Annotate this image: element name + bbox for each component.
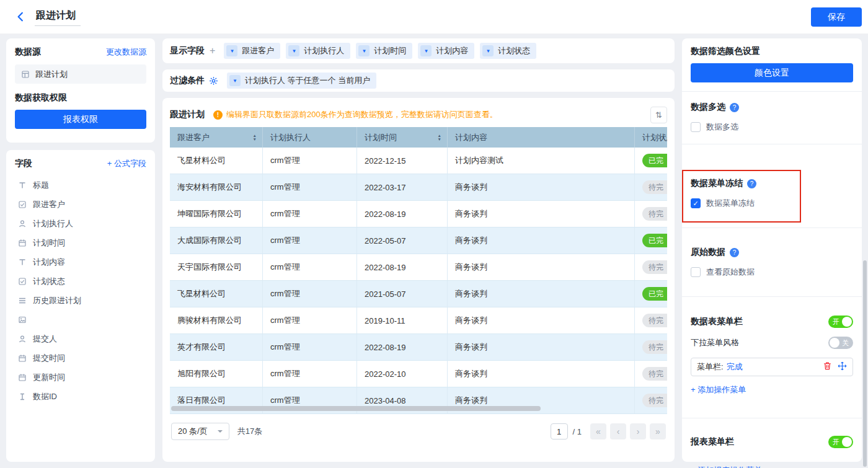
table-row[interactable]: 英才有限公司crm管理2022-08-19商务谈判待完 bbox=[170, 334, 667, 361]
cell-executor: crm管理 bbox=[263, 254, 357, 280]
field-item[interactable]: 提交时间 bbox=[15, 348, 146, 368]
cell-date: 2021-05-07 bbox=[357, 281, 448, 307]
datasource-item-label: 跟进计划 bbox=[35, 69, 68, 80]
multi-select-checkbox[interactable]: 数据多选 bbox=[691, 121, 853, 133]
field-item-label: 计划执行人 bbox=[33, 218, 73, 229]
report-permission-button[interactable]: 报表权限 bbox=[15, 110, 146, 129]
report-menubar-toggle[interactable]: 开 bbox=[828, 436, 853, 448]
dropdown-style-label: 下拉菜单风格 bbox=[691, 337, 739, 348]
cell-executor: crm管理 bbox=[263, 174, 357, 200]
field-item[interactable] bbox=[15, 310, 146, 329]
cell-status: 待完 bbox=[635, 201, 667, 227]
field-item-label: 标题 bbox=[33, 180, 49, 191]
display-field-chip[interactable]: ▼跟进客户 bbox=[224, 43, 280, 59]
freeze-checkbox[interactable]: ✓ 数据菜单冻结 bbox=[691, 198, 853, 209]
vertical-scrollbar[interactable] bbox=[863, 260, 867, 467]
table-row[interactable]: 腾骏材料有限公司crm管理2019-10-11商务谈判待完 bbox=[170, 307, 667, 334]
field-item[interactable]: 标题 bbox=[15, 175, 146, 195]
change-datasource-link[interactable]: 更改数据源 bbox=[106, 46, 146, 58]
sort-icon[interactable]: ▲▼ bbox=[253, 134, 257, 141]
field-item[interactable]: 计划内容 bbox=[15, 252, 146, 272]
page-input[interactable]: 1 bbox=[551, 423, 568, 439]
filter-chip-label: 计划执行人 等于任意一个 当前用户 bbox=[245, 75, 370, 86]
field-item[interactable]: 更新时间 bbox=[15, 368, 146, 387]
sort-button[interactable]: ⇅ bbox=[650, 107, 667, 123]
table-row[interactable]: 旭阳有限公司crm管理2022-02-10商务谈判待完 bbox=[170, 361, 667, 387]
table-row[interactable]: 大成国际有限公司crm管理2022-05-07商务谈判已完 bbox=[170, 227, 667, 254]
display-field-chip[interactable]: ▼计划状态 bbox=[480, 43, 536, 59]
list-icon bbox=[17, 296, 27, 305]
field-item[interactable]: 计划执行人 bbox=[15, 214, 146, 233]
prev-page-button[interactable]: ‹ bbox=[610, 423, 626, 439]
table-row[interactable]: 天宇国际有限公司crm管理2022-08-19商务谈判待完 bbox=[170, 254, 667, 281]
page-title[interactable]: 跟进计划 bbox=[35, 8, 81, 26]
display-fields-bar: 显示字段 + ▼跟进客户▼计划执行人▼计划时间▼计划内容▼计划状态 bbox=[162, 38, 675, 63]
id-icon bbox=[17, 392, 27, 401]
multi-select-title: 数据多选 bbox=[691, 102, 725, 113]
field-item[interactable]: 提交人 bbox=[15, 329, 146, 348]
filter-chip[interactable]: ▼ 计划执行人 等于任意一个 当前用户 bbox=[227, 73, 376, 89]
page-size-select[interactable]: 20 条/页 bbox=[171, 423, 229, 440]
save-button[interactable]: 保存 bbox=[811, 7, 862, 27]
raw-data-title: 原始数据 bbox=[691, 247, 725, 258]
table-row[interactable]: 坤曜国际有限公司crm管理2022-08-19商务谈判待完 bbox=[170, 201, 667, 227]
display-field-chip[interactable]: ▼计划内容 bbox=[418, 43, 474, 59]
add-report-menu-link[interactable]: + 添加报表操作菜单 bbox=[691, 465, 762, 468]
column-header-content[interactable]: 计划内容 bbox=[448, 127, 635, 148]
display-field-chip[interactable]: ▼计划时间 bbox=[356, 43, 412, 59]
field-item[interactable]: 数据ID bbox=[15, 387, 146, 406]
sort-icon[interactable]: ▲▼ bbox=[438, 134, 441, 141]
raw-data-checkbox[interactable]: 查看原始数据 bbox=[691, 267, 853, 278]
column-header-date[interactable]: 计划时间 ▲▼ bbox=[357, 127, 448, 148]
color-settings-button[interactable]: 颜色设置 bbox=[691, 63, 853, 82]
table-menubar-toggle[interactable]: 开 bbox=[828, 316, 853, 328]
column-header-status[interactable]: 计划状态 bbox=[635, 127, 667, 148]
next-page-button[interactable]: › bbox=[630, 423, 646, 439]
table-row[interactable]: 飞星材料公司crm管理2021-05-07商务谈判已完 bbox=[170, 281, 667, 307]
column-label: 计划内容 bbox=[455, 132, 487, 143]
warning-icon: ! bbox=[213, 110, 223, 120]
field-item[interactable]: 历史跟进计划 bbox=[15, 291, 146, 310]
add-menu-link[interactable]: + 添加操作菜单 bbox=[691, 384, 746, 395]
back-button[interactable] bbox=[15, 11, 26, 22]
trash-icon[interactable] bbox=[823, 361, 832, 373]
form-icon bbox=[17, 277, 27, 286]
display-field-chip[interactable]: ▼计划执行人 bbox=[286, 43, 350, 59]
field-item-label: 跟进客户 bbox=[33, 199, 65, 210]
page-size-value: 20 条/页 bbox=[178, 426, 208, 437]
dropdown-icon: ▼ bbox=[482, 45, 494, 56]
field-item[interactable]: 跟进客户 bbox=[15, 195, 146, 214]
help-icon[interactable]: ? bbox=[747, 179, 756, 188]
cell-content: 商务谈判 bbox=[448, 201, 635, 227]
field-item[interactable]: 计划时间 bbox=[15, 233, 146, 252]
menu-item[interactable]: 菜单栏: 完成 bbox=[691, 358, 853, 376]
chip-label: 跟进客户 bbox=[242, 45, 274, 56]
dropdown-style-toggle[interactable]: 关 bbox=[828, 337, 853, 349]
add-formula-field-link[interactable]: + 公式字段 bbox=[107, 158, 146, 169]
horizontal-scrollbar[interactable] bbox=[171, 406, 541, 411]
first-page-button[interactable]: « bbox=[590, 423, 606, 439]
gear-icon[interactable] bbox=[209, 76, 218, 86]
dropdown-icon: ▼ bbox=[226, 45, 237, 56]
table-row[interactable]: 飞星材料公司crm管理2022-12-15计划内容测试已完 bbox=[170, 148, 667, 174]
move-icon[interactable] bbox=[838, 361, 847, 373]
column-header-executor[interactable]: 计划执行人 bbox=[263, 127, 357, 148]
divider bbox=[682, 91, 862, 92]
field-item-label: 提交人 bbox=[33, 333, 57, 345]
column-header-customer[interactable]: 跟进客户 ▲▼ bbox=[170, 127, 263, 148]
help-icon[interactable]: ? bbox=[730, 103, 739, 112]
cell-date: 2022-08-19 bbox=[357, 334, 448, 360]
help-icon[interactable]: ? bbox=[730, 248, 739, 257]
status-badge: 待完 bbox=[642, 367, 667, 381]
table-row[interactable]: 海安材料有限公司crm管理2022-03-17商务谈判待完 bbox=[170, 174, 667, 201]
table-icon bbox=[20, 70, 30, 79]
menu-item-value: 完成 bbox=[727, 361, 743, 373]
add-display-field-button[interactable]: + bbox=[210, 45, 215, 56]
field-item[interactable]: 计划状态 bbox=[15, 272, 146, 291]
dropdown-icon: ▼ bbox=[358, 45, 370, 56]
table-body: 飞星材料公司crm管理2022-12-15计划内容测试已完海安材料有限公司crm… bbox=[170, 148, 667, 414]
field-item-label: 计划内容 bbox=[33, 257, 65, 268]
datasource-item[interactable]: 跟进计划 bbox=[15, 64, 146, 84]
field-list: 标题跟进客户计划执行人计划时间计划内容计划状态历史跟进计划提交人提交时间更新时间… bbox=[15, 175, 146, 406]
last-page-button[interactable]: » bbox=[650, 423, 666, 439]
